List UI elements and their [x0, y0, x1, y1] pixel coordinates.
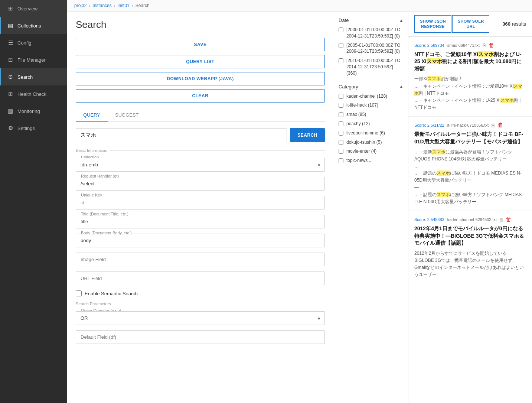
facet-cat-7-label[interactable]: movie-enter (4): [346, 148, 376, 155]
monitoring-icon: ▦: [7, 108, 14, 114]
save-button[interactable]: SAVE: [76, 38, 325, 51]
breadcrumb-sep-1: ›: [89, 3, 90, 8]
result-body-2: …・最新スマホに最強兵器が登場！ソフトバンク AQUOS PHONE 104SH…: [414, 149, 526, 206]
request-handler-label: Request Handler (qt): [79, 174, 120, 178]
facet-cat-8-label[interactable]: topic-news ...: [346, 157, 373, 164]
sidebar-item-label: Collections: [17, 23, 41, 29]
collection-select[interactable]: ldn-emb: [76, 158, 325, 172]
delete-button-1[interactable]: 🗑: [489, 42, 495, 49]
show-json-button[interactable]: SHOW JSON RESPONSE: [414, 15, 451, 33]
result-body-3: 2012年2月からすでにサービスを開始しているBIGLOBE 3Gでは、携帯電話…: [414, 250, 526, 279]
facet-category-item: movie-enter (4): [339, 148, 404, 155]
sidebar-item-label: Config: [17, 40, 32, 46]
facet-cat-4-checkbox[interactable]: [339, 121, 343, 126]
semantic-search-checkbox[interactable]: [76, 290, 82, 296]
facet-category-item: topic-news ...: [339, 157, 404, 164]
delete-button-3[interactable]: 🗑: [506, 216, 512, 223]
tab-suggest[interactable]: SUGGEST: [108, 108, 146, 122]
body-input[interactable]: [76, 234, 325, 247]
facet-cat-3-label[interactable]: smax (95): [346, 111, 366, 118]
facet-category-item: peachy (12): [339, 121, 404, 127]
facet-cat-3-checkbox[interactable]: [339, 112, 343, 117]
result-card: Score: 2.589734 smax-6684471.txt ⎘ 🗑 NTT…: [408, 37, 532, 117]
search-row: SEARCH: [76, 128, 325, 142]
result-meta-3: Score: 2.548383 kaden-channel-6284502.tx…: [414, 216, 526, 223]
facet-category-header[interactable]: Category ▲: [339, 84, 404, 90]
result-body-1: 一部Xiスマホ割が増額！ …・キャンペーン・イベント情報：ご愛顧10年 Xiスマ…: [414, 75, 526, 111]
breadcrumb-proj[interactable]: proj02: [74, 3, 87, 8]
facet-cat-2-checkbox[interactable]: [339, 103, 343, 108]
facet-date-section: Date ▲ [2000-01-01T00:00:00Z TO 2004-12-…: [339, 17, 404, 77]
config-icon: ☰: [7, 39, 14, 46]
facet-cat-8-checkbox[interactable]: [339, 158, 343, 163]
title-input[interactable]: [76, 215, 325, 228]
semantic-search-row: Enable Semantic Search: [76, 290, 325, 296]
sidebar-item-label: Overview: [17, 6, 37, 12]
sidebar-item-settings[interactable]: ⚙ Settings: [0, 120, 67, 137]
delete-button-2[interactable]: 🗑: [497, 122, 503, 129]
copy-icon-1[interactable]: ⎘: [483, 42, 486, 48]
download-button[interactable]: DOWNLOAD WEBAPP (JAVA): [76, 72, 325, 85]
sidebar-item-overview[interactable]: ⊞ Overview: [0, 0, 67, 17]
page-title: Search: [76, 19, 325, 30]
sidebar-item-search[interactable]: ⊙ Search: [0, 68, 67, 85]
sidebar-item-file-manager[interactable]: ⊡ File Manager: [0, 51, 67, 68]
facet-cat-2-label[interactable]: it-life-hack (107): [346, 102, 378, 108]
breadcrumb-current: Search: [136, 3, 150, 8]
result-title-2: 最新モバイルルーターに強い味方！ドコモ BF-01D用大型大容量バッテリー【モバ…: [414, 131, 526, 145]
collections-icon: ▤: [7, 22, 14, 29]
facet-category-item: it-life-hack (107): [339, 102, 404, 108]
facet-category-item: dokujo-tsushin (5): [339, 139, 404, 146]
facet-cat-6-checkbox[interactable]: [339, 140, 343, 145]
facet-cat-1-checkbox[interactable]: [339, 94, 343, 99]
image-field-input[interactable]: [76, 253, 325, 266]
unique-key-label: Unique Key: [79, 193, 104, 197]
sidebar-item-health-check[interactable]: ⊞ Health Check: [0, 85, 67, 103]
title-field: Title (Document Title, etc.): [76, 215, 325, 228]
facet-cat-1-label[interactable]: kaden-channel (128): [346, 93, 387, 100]
facet-cat-5-label[interactable]: livedoor-homme (6): [346, 130, 385, 136]
copy-icon-3[interactable]: ⎘: [500, 217, 503, 222]
tab-query[interactable]: QUERY: [76, 108, 108, 122]
facet-date-header[interactable]: Date ▲: [339, 17, 404, 23]
breadcrumb-inst[interactable]: inst01: [118, 3, 130, 8]
unique-key-input[interactable]: [76, 196, 325, 209]
facet-cat-6-label[interactable]: dokujo-tsushin (5): [346, 139, 382, 146]
result-title-1: NTTドコモ、ご愛顧10年 Xiスマホ割および U-25 Xiスマホ割による割引…: [414, 51, 526, 73]
breadcrumb: proj02 › Instances › inst01 › Search: [67, 0, 532, 12]
query-list-button[interactable]: QUERY LIST: [76, 55, 325, 68]
body-field: Body (Document Body, etc.): [76, 234, 325, 247]
default-field-input[interactable]: [76, 330, 325, 344]
facet-cat-4-label[interactable]: peachy (12): [346, 121, 370, 127]
search-button[interactable]: SEARCH: [290, 128, 325, 142]
copy-icon-2[interactable]: ⎘: [492, 123, 495, 128]
facet-date-3-checkbox[interactable]: [339, 58, 343, 63]
facet-cat-7-checkbox[interactable]: [339, 149, 343, 154]
result-card: Score: 2.5/11/22 it-life-hack-6710356.tx…: [408, 117, 532, 211]
sidebar-item-collections[interactable]: ▤ Collections: [0, 17, 67, 34]
show-solr-button[interactable]: SHOW SOLR URL: [452, 15, 490, 33]
facet-date-1-checkbox[interactable]: [339, 27, 343, 32]
facet-cat-5-checkbox[interactable]: [339, 131, 343, 136]
facet-date-item: [2000-01-01T00:00:00Z TO 2004-12-31T23:5…: [339, 27, 404, 39]
request-handler-input[interactable]: [76, 177, 325, 191]
result-score-3: Score: 2.548383: [414, 217, 444, 222]
sidebar-item-config[interactable]: ☰ Config: [0, 34, 67, 51]
sidebar-item-monitoring[interactable]: ▦ Monitoring: [0, 103, 67, 120]
result-card: Score: 2.548383 kaden-channel-6284502.tx…: [408, 211, 532, 284]
sidebar-item-label: File Manager: [17, 57, 46, 63]
clear-button[interactable]: CLEAR: [76, 89, 325, 103]
facet-date-3-label[interactable]: [2010-01-01T00:00:00Z TO 2014-12-31T23:5…: [346, 58, 404, 76]
facets-panel: Date ▲ [2000-01-01T00:00:00Z TO 2004-12-…: [334, 12, 408, 403]
query-operator-select[interactable]: OR AND: [76, 311, 325, 325]
url-field-input[interactable]: [76, 272, 325, 285]
facet-date-2-label[interactable]: [2005-01-01T00:00:00Z TO 2009-12-31T23:5…: [346, 42, 404, 55]
facet-date-2-checkbox[interactable]: [339, 43, 343, 48]
semantic-search-label[interactable]: Enable Semantic Search: [85, 291, 138, 296]
facet-date-label: Date: [339, 17, 349, 23]
facet-date-1-label[interactable]: [2000-01-01T00:00:00Z TO 2004-12-31T23:5…: [346, 27, 404, 39]
facet-category-label: Category: [339, 84, 358, 90]
result-meta-1: Score: 2.589734 smax-6684471.txt ⎘ 🗑: [414, 42, 526, 49]
search-input[interactable]: [76, 128, 287, 142]
breadcrumb-instances[interactable]: Instances: [92, 3, 111, 8]
